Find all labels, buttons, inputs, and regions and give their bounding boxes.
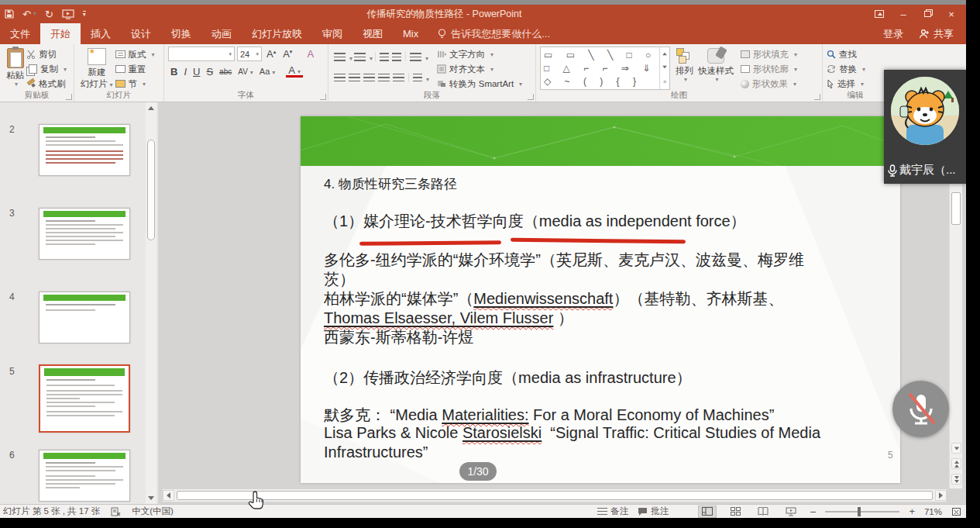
section-button[interactable]: 节	[115, 77, 155, 91]
align-left-icon[interactable]	[334, 74, 346, 82]
shrink-font-icon[interactable]: A▾	[280, 48, 294, 60]
character-spacing-button[interactable]: AV	[236, 67, 256, 76]
clear-formatting-icon[interactable]: A	[304, 48, 316, 60]
tab-home[interactable]: 开始	[40, 23, 81, 44]
horizontal-scrollbar[interactable]	[163, 489, 947, 502]
shape-fill-button[interactable]: 形状填充	[741, 47, 797, 61]
align-text-button[interactable]: 对齐文本	[437, 62, 522, 76]
zoom-slider-thumb[interactable]	[858, 507, 861, 516]
tab-view[interactable]: 视图	[352, 23, 393, 44]
tab-design[interactable]: 设计	[121, 23, 161, 44]
slideshow-view-button[interactable]	[782, 506, 800, 518]
replace-button[interactable]: 替换	[827, 62, 865, 76]
select-button[interactable]: 选择	[827, 77, 865, 91]
redo-icon[interactable]: ↻	[45, 9, 53, 19]
paste-button[interactable]: 粘贴	[4, 47, 26, 91]
shape-outline-button[interactable]: 形状轮廓	[741, 62, 797, 76]
paragraph-dialog-launcher[interactable]	[528, 94, 534, 100]
font-size-combo[interactable]: 24▾	[237, 47, 262, 61]
restore-icon[interactable]	[919, 7, 936, 21]
shape-row-2[interactable]: □ △ ⌐ ⌐ ⇒ ⇓	[544, 64, 656, 73]
tab-review[interactable]: 审阅	[312, 23, 352, 44]
font-name-combo[interactable]: ▾	[168, 47, 235, 61]
minimize-icon[interactable]: –	[895, 7, 912, 21]
add-remove-columns-icon[interactable]	[413, 74, 422, 82]
tell-me-box[interactable]: 告诉我您想要做什么...	[428, 23, 559, 44]
sign-in-button[interactable]: 登录	[883, 27, 903, 41]
clipboard-dialog-launcher[interactable]	[66, 94, 72, 100]
start-slideshow-icon[interactable]	[62, 9, 74, 19]
cut-button[interactable]: 剪切	[26, 47, 67, 61]
slide-canvas[interactable]: 4. 物质性研究三条路径 （1）媒介理论-技术哲学向度（media as ind…	[301, 116, 900, 483]
tab-transitions[interactable]: 切换	[161, 23, 201, 44]
customize-qat-icon[interactable]: ▾	[83, 11, 86, 18]
copy-button[interactable]: 复制	[26, 62, 67, 76]
comments-button[interactable]: 批注	[638, 506, 669, 517]
shape-gallery-scroll[interactable]: ≡	[659, 47, 669, 89]
zoom-slider[interactable]	[825, 511, 899, 512]
columns-icon[interactable]	[393, 74, 404, 82]
bullets-icon[interactable]	[334, 53, 346, 61]
notes-button[interactable]: 备注	[597, 506, 628, 517]
spellcheck-icon[interactable]	[111, 507, 121, 516]
scroll-left-icon[interactable]	[163, 490, 174, 501]
scroll-right-icon[interactable]	[935, 490, 947, 501]
text-direction-button[interactable]: 文字方向	[437, 47, 522, 61]
format-painter-button[interactable]: 格式刷	[26, 77, 67, 91]
previous-slide-icon[interactable]	[951, 458, 961, 469]
underline-button[interactable]: U	[191, 66, 202, 78]
font-color-button[interactable]: A	[286, 65, 303, 78]
bold-button[interactable]: B	[168, 66, 180, 78]
line-spacing-icon[interactable]	[410, 53, 421, 61]
tab-file[interactable]: 文件	[0, 23, 40, 44]
shape-row-3[interactable]: ◇ ~ ( ) { }	[544, 77, 656, 86]
font-dialog-launcher[interactable]	[320, 94, 326, 100]
numbering-icon[interactable]	[354, 53, 366, 61]
strikethrough-button[interactable]: S	[204, 66, 215, 78]
reset-button[interactable]: 重置	[115, 62, 155, 76]
find-button[interactable]: 查找	[827, 47, 865, 61]
thumbnail-slide-4[interactable]	[39, 292, 130, 343]
shape-effects-button[interactable]: 形状效果	[741, 77, 797, 91]
shape-gallery[interactable]: ▭ ▭ ╲ ╲ □ ○ □ △ ⌐ ⌐ ⇒ ⇓ ◇ ~ ( ) { } ≡	[540, 47, 670, 90]
grow-font-icon[interactable]: A▴	[264, 48, 278, 60]
italic-button[interactable]: I	[181, 66, 189, 78]
scroll-up-icon[interactable]	[146, 103, 156, 113]
tab-slideshow[interactable]: 幻灯片放映	[242, 23, 312, 44]
fit-slide-to-window-icon[interactable]	[951, 507, 961, 516]
scroll-down-icon[interactable]	[146, 493, 156, 503]
zoom-out-button[interactable]: −	[810, 506, 816, 518]
strikethrough-abc-icon[interactable]: abc	[217, 67, 234, 76]
microphone-mute-button[interactable]	[892, 381, 949, 437]
webcam-overlay[interactable]: 戴宇辰（...	[884, 70, 966, 184]
ribbon-display-options-icon[interactable]	[871, 7, 888, 21]
new-slide-button[interactable]: 新建 幻灯片	[78, 47, 115, 91]
vertical-scrollbar-thumb[interactable]	[951, 192, 961, 225]
layout-button[interactable]: 版式	[115, 47, 155, 61]
align-center-icon[interactable]	[349, 74, 360, 82]
thumbnail-slide-5-selected[interactable]	[39, 364, 130, 433]
close-icon[interactable]: ×	[943, 7, 960, 21]
normal-view-button[interactable]	[698, 506, 717, 518]
tab-animations[interactable]: 动画	[201, 23, 242, 44]
quick-styles-button[interactable]: 快速样式	[696, 47, 736, 91]
next-slide-icon[interactable]	[951, 474, 961, 485]
align-right-icon[interactable]	[363, 74, 375, 82]
save-icon[interactable]	[5, 9, 14, 19]
arrange-button[interactable]: 排列	[673, 47, 696, 91]
language-indicator[interactable]: 中文(中国)	[132, 506, 174, 517]
drawing-dialog-launcher[interactable]	[814, 94, 820, 100]
thumbnail-slide-6[interactable]	[39, 450, 130, 502]
thumbnail-scrollbar[interactable]	[146, 102, 156, 504]
zoom-in-button[interactable]: +	[909, 506, 915, 517]
tab-insert[interactable]: 插入	[81, 23, 121, 44]
thumbnail-scrollbar-thumb[interactable]	[147, 140, 155, 240]
slide-sorter-view-button[interactable]	[726, 506, 744, 518]
change-case-button[interactable]: Aa	[257, 67, 277, 76]
thumbnail-slide-3[interactable]	[39, 208, 130, 260]
reading-view-button[interactable]	[754, 506, 772, 518]
increase-indent-icon[interactable]	[392, 53, 401, 61]
horizontal-scrollbar-thumb[interactable]	[177, 491, 933, 500]
share-button[interactable]: 共享	[919, 27, 954, 41]
tab-mix[interactable]: Mix	[393, 23, 428, 44]
